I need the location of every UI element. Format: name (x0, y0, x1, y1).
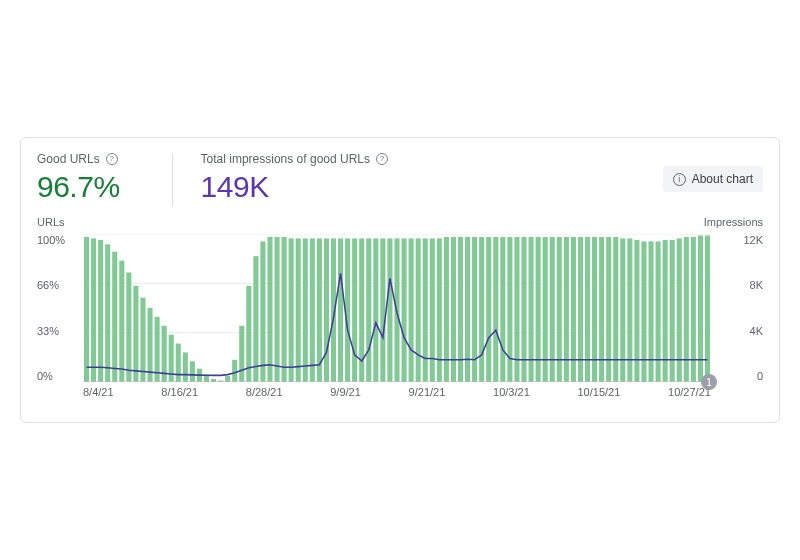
svg-rect-62 (493, 237, 498, 382)
left-tick: 100% (37, 234, 83, 246)
good-urls-label: Good URLs (37, 152, 100, 166)
svg-rect-31 (275, 237, 280, 382)
chart-zone: URLs 100% 66% 33% 0% Impressions 12K 8K … (37, 234, 763, 404)
svg-rect-51 (416, 238, 421, 382)
svg-rect-8 (112, 252, 117, 382)
badge-text: 1 (706, 377, 712, 388)
x-tick: 10/15/21 (578, 386, 621, 404)
impressions-label: Total impressions of good URLs (201, 152, 370, 166)
svg-rect-30 (267, 237, 272, 382)
good-urls-value: 96.7% (37, 170, 120, 204)
info-icon: i (673, 173, 686, 186)
left-tick: 33% (37, 325, 83, 337)
svg-rect-32 (282, 237, 287, 382)
svg-rect-60 (479, 237, 484, 382)
svg-rect-34 (296, 238, 301, 382)
svg-rect-87 (670, 240, 675, 382)
svg-rect-84 (648, 241, 653, 382)
svg-rect-36 (310, 238, 315, 382)
svg-rect-28 (253, 256, 258, 382)
svg-rect-83 (641, 241, 646, 382)
left-axis: URLs 100% 66% 33% 0% (37, 234, 83, 382)
svg-rect-13 (147, 308, 152, 382)
right-axis: Impressions 12K 8K 4K 0 (711, 234, 763, 382)
about-chart-label: About chart (692, 172, 753, 186)
svg-rect-53 (430, 238, 435, 382)
svg-rect-61 (486, 237, 491, 382)
metric-label: Good URLs ? (37, 152, 120, 166)
svg-rect-6 (98, 240, 103, 382)
svg-rect-12 (140, 298, 145, 382)
svg-rect-5 (91, 238, 96, 382)
x-tick: 8/4/21 (83, 386, 114, 404)
svg-rect-64 (507, 237, 512, 382)
help-icon[interactable]: ? (376, 153, 388, 165)
x-tick: 8/16/21 (161, 386, 198, 404)
metric-label: Total impressions of good URLs ? (201, 152, 388, 166)
svg-rect-11 (133, 286, 138, 382)
x-tick: 9/9/21 (330, 386, 361, 404)
left-axis-title: URLs (37, 216, 65, 228)
metric-good-urls: Good URLs ? 96.7% (37, 152, 144, 204)
right-tick: 0 (711, 370, 763, 382)
help-icon[interactable]: ? (106, 153, 118, 165)
svg-rect-44 (366, 238, 371, 382)
right-tick: 12K (711, 234, 763, 246)
left-tick: 0% (37, 370, 83, 382)
svg-rect-46 (380, 238, 385, 382)
svg-rect-35 (303, 238, 308, 382)
svg-rect-58 (465, 237, 470, 382)
svg-rect-42 (352, 238, 357, 382)
right-tick: 4K (711, 325, 763, 337)
svg-rect-24 (225, 376, 230, 382)
svg-rect-10 (126, 272, 131, 382)
metrics-header: Good URLs ? 96.7% Total impressions of g… (37, 152, 763, 206)
svg-rect-63 (500, 237, 505, 382)
right-axis-title: Impressions (704, 216, 763, 228)
x-tick: 8/28/21 (246, 386, 283, 404)
impressions-value: 149K (201, 170, 388, 204)
svg-rect-18 (183, 352, 188, 382)
svg-rect-52 (423, 238, 428, 382)
plot-area (83, 234, 711, 382)
svg-rect-19 (190, 361, 195, 382)
svg-rect-33 (289, 238, 294, 382)
svg-rect-25 (232, 360, 237, 382)
x-tick: 9/21/21 (409, 386, 446, 404)
left-tick: 66% (37, 279, 83, 291)
svg-rect-4 (84, 237, 89, 382)
right-tick: 8K (711, 279, 763, 291)
annotation-badge[interactable]: 1 (701, 374, 717, 390)
svg-rect-45 (373, 238, 378, 382)
svg-rect-7 (105, 244, 110, 382)
x-axis: 8/4/21 8/16/21 8/28/21 9/9/21 9/21/21 10… (83, 386, 711, 404)
x-tick: 10/3/21 (493, 386, 530, 404)
about-chart-button[interactable]: i About chart (663, 166, 763, 192)
svg-rect-38 (324, 238, 329, 382)
svg-rect-40 (338, 238, 343, 382)
svg-rect-49 (402, 238, 407, 382)
chart-card: Good URLs ? 96.7% Total impressions of g… (20, 137, 780, 423)
divider (172, 154, 173, 206)
svg-rect-86 (663, 240, 668, 382)
svg-rect-26 (239, 326, 244, 382)
chart-svg (83, 234, 711, 382)
svg-rect-82 (634, 240, 639, 382)
svg-rect-85 (656, 241, 661, 382)
svg-rect-47 (387, 238, 392, 382)
svg-rect-29 (260, 241, 265, 382)
metric-impressions: Total impressions of good URLs ? 149K (201, 152, 412, 204)
svg-rect-9 (119, 261, 124, 382)
svg-rect-17 (176, 344, 181, 382)
svg-rect-50 (409, 238, 414, 382)
